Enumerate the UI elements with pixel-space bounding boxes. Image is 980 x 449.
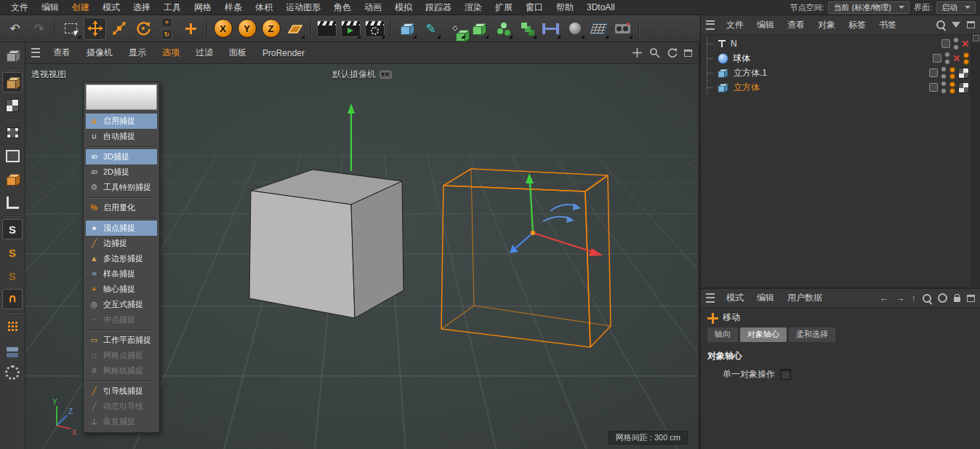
single-object-checkbox[interactable] <box>780 369 791 380</box>
visibility-dots-icon[interactable] <box>941 81 947 94</box>
object-manager-scrollbar[interactable] <box>971 34 980 286</box>
panel-icon[interactable] <box>967 21 975 28</box>
disabled-x-icon[interactable] <box>953 55 960 62</box>
snap-item-gridline[interactable]: # 网格线捕捉 <box>86 363 157 378</box>
vp-menu-options[interactable]: 选项 <box>155 47 187 59</box>
layer-toggle-icon[interactable] <box>933 54 941 63</box>
menu-mograph[interactable]: 运动图形 <box>279 1 327 14</box>
point-mode-button[interactable] <box>2 122 23 143</box>
live-selection-button[interactable] <box>60 17 82 40</box>
menu-simulate[interactable]: 模拟 <box>388 1 419 14</box>
camera-label[interactable]: 默认摄像机 <box>332 68 391 81</box>
snap-item-guide[interactable]: ╱ 引导线捕捉 <box>86 384 157 399</box>
snap-item-dynamic-guide[interactable]: ╱ 动态引导线 <box>86 399 157 414</box>
render-settings-button[interactable] <box>364 17 386 40</box>
menu-edit[interactable]: 编辑 <box>35 1 65 14</box>
object-row-sphere[interactable]: 球体 <box>701 51 972 65</box>
tab-axis[interactable]: 轴向 <box>707 327 738 342</box>
visibility-dots-icon[interactable] <box>944 52 950 65</box>
scroll-top-icon[interactable] <box>973 35 979 41</box>
lock-y-button[interactable]: Y <box>236 17 258 40</box>
cube-object[interactable] <box>249 170 403 318</box>
menu-3dtoall[interactable]: 3DtoAll <box>580 2 622 12</box>
vp-menu-cameras[interactable]: 摄像机 <box>79 47 120 59</box>
disabled-x-icon[interactable] <box>962 40 969 47</box>
menu-mode[interactable]: 模式 <box>96 1 126 14</box>
menu-create[interactable]: 创建 <box>65 1 96 14</box>
edge-mode-button[interactable] <box>2 146 23 166</box>
enable-snap-button[interactable]: ∪ <box>2 289 23 309</box>
instance-button[interactable] <box>515 17 538 40</box>
layer-toggle-icon[interactable] <box>929 83 938 92</box>
history-forward-icon[interactable]: → <box>896 293 905 303</box>
interface-select[interactable]: 启动 <box>936 1 976 14</box>
snap-item-vertex[interactable]: ● 顶点捕捉 <box>86 220 157 236</box>
snap-item-quantize[interactable]: % 启用量化 <box>86 200 157 215</box>
snap-item-auto[interactable]: ∪ 自动捕捉 <box>86 129 157 144</box>
rotate-tool-button[interactable] <box>132 17 154 40</box>
object-manager-menu-handle-icon[interactable] <box>706 20 715 30</box>
vp-menu-display[interactable]: 显示 <box>121 47 153 59</box>
toggle-view-icon[interactable] <box>684 49 692 57</box>
search-icon[interactable] <box>936 20 945 29</box>
layer-toggle-icon[interactable] <box>941 39 950 48</box>
menu-render[interactable]: 渲染 <box>458 1 489 14</box>
model-mode-button[interactable] <box>2 72 23 92</box>
snap-item-polygon[interactable]: ▲ 多边形捕捉 <box>86 251 157 266</box>
psr-mini-tools[interactable]: + ↻ <box>156 17 178 40</box>
menu-extensions[interactable]: 扩展 <box>489 1 519 14</box>
volume-builder-button[interactable] <box>563 17 586 40</box>
material-tag-icon[interactable] <box>949 67 955 79</box>
snap-item-axis[interactable]: + 轴心捕捉 <box>86 282 157 297</box>
lock-x-button[interactable]: X <box>212 17 234 40</box>
spline-pen-button[interactable]: ✎ <box>419 17 442 40</box>
filter-icon[interactable] <box>952 22 960 28</box>
menu-animate[interactable]: 动画 <box>358 1 388 14</box>
workplane-button[interactable] <box>284 17 306 40</box>
render-view-button[interactable] <box>316 17 338 40</box>
menu-spline[interactable]: 样条 <box>218 1 249 14</box>
scale-tool-button[interactable] <box>108 17 130 40</box>
tab-object-axis[interactable]: 对象轴心 <box>740 327 787 342</box>
subdivision-surface-button[interactable] <box>443 17 466 40</box>
om-menu-file[interactable]: 文件 <box>720 19 750 31</box>
lock-z-button[interactable]: Z <box>260 17 282 40</box>
vp-menu-view[interactable]: 查看 <box>46 47 78 59</box>
om-menu-tags[interactable]: 标签 <box>843 19 872 31</box>
zoom-view-icon[interactable] <box>649 47 660 58</box>
redo-button[interactable]: ↷ <box>28 17 50 40</box>
snap-item-interactive[interactable]: ◎ 交互式捕捉 <box>86 297 157 312</box>
y-axis-handle[interactable] <box>348 103 355 171</box>
snap-item-perpendicular[interactable]: ⊥ 垂直捕捉 <box>86 414 157 429</box>
visibility-dots-icon[interactable] <box>953 37 959 50</box>
polygon-mode-button[interactable] <box>2 169 23 189</box>
layers-button[interactable] <box>2 339 23 359</box>
om-menu-edit[interactable]: 编辑 <box>751 19 780 31</box>
lock-icon[interactable] <box>954 297 960 302</box>
menu-select[interactable]: 选择 <box>126 1 157 14</box>
menu-tools[interactable]: 工具 <box>157 1 188 14</box>
snap-item-gridpoint[interactable]: :: 网格点捕捉 <box>86 348 157 363</box>
texture-tag-icon[interactable] <box>958 68 969 79</box>
object-row-cube1[interactable]: 立方体.1 <box>701 65 972 80</box>
cube-selected-object[interactable] <box>441 169 611 347</box>
menu-window[interactable]: 窗口 <box>519 1 550 14</box>
menu-help[interactable]: 帮助 <box>550 1 580 14</box>
vp-menu-filter[interactable]: 过滤 <box>188 47 220 59</box>
om-menu-objects[interactable]: 对象 <box>812 19 841 31</box>
solo-off-button[interactable]: S <box>2 219 23 239</box>
tab-soft-selection[interactable]: 柔和选择 <box>789 327 835 342</box>
snap-item-tool[interactable]: ⚙ 工具特别捕捉 <box>86 180 157 195</box>
snap-item-enable[interactable]: ∪ 启用捕捉 <box>86 114 157 129</box>
viewport-canvas[interactable]: Y Z X 透视视图 默认摄像机 网格间距 : 300 cm ∪ 启用捕捉 ∪ … <box>25 64 698 449</box>
snap-item-2d[interactable]: 2D 2D捕捉 <box>86 164 157 180</box>
panel-icon[interactable] <box>967 295 975 302</box>
texture-mode-button[interactable] <box>2 95 23 116</box>
make-editable-button[interactable] <box>2 45 23 65</box>
snap-palette-header[interactable] <box>86 84 157 110</box>
visibility-dots-icon[interactable] <box>941 66 947 79</box>
texture-tag-icon[interactable] <box>958 82 969 93</box>
spline-wrap-button[interactable] <box>539 17 562 40</box>
workplane-mode-button[interactable] <box>2 192 23 212</box>
move-tool-button[interactable] <box>84 17 106 40</box>
